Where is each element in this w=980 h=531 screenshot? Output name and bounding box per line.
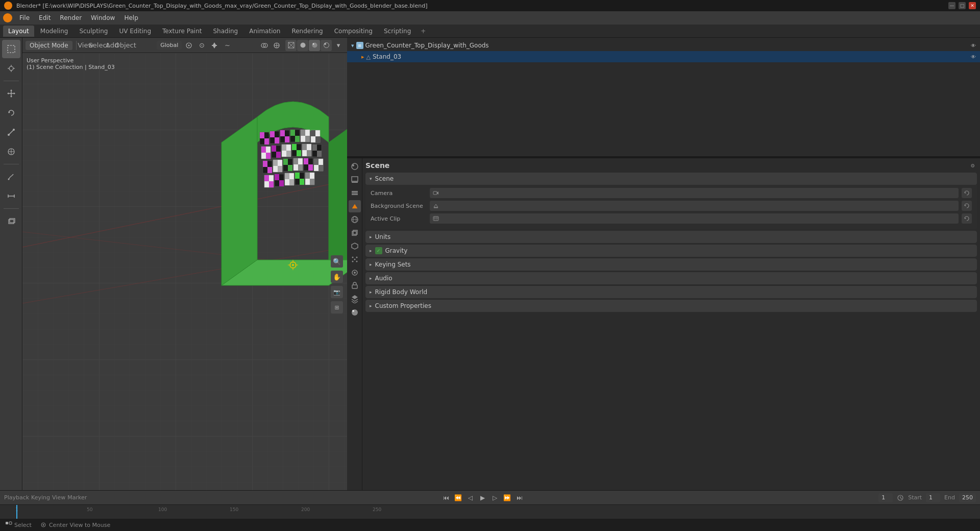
tool-annotate[interactable] <box>2 167 20 186</box>
prop-tab-physics[interactable] <box>349 267 361 279</box>
prop-tab-particles[interactable] <box>349 253 361 266</box>
active-clip-value[interactable] <box>430 213 959 224</box>
shading-options[interactable]: ▾ <box>333 40 344 51</box>
tab-uv-editing[interactable]: UV Editing <box>114 26 156 37</box>
active-clip-icon-btn[interactable] <box>962 213 972 224</box>
menu-help[interactable]: Help <box>120 13 142 22</box>
svg-rect-119 <box>305 173 310 179</box>
tab-layout[interactable]: Layout <box>3 26 34 37</box>
shading-solid[interactable] <box>297 40 308 51</box>
tool-rotate[interactable] <box>2 104 20 122</box>
tab-scripting[interactable]: Scripting <box>379 26 416 37</box>
prop-tab-world[interactable] <box>349 213 361 226</box>
play-back-btn[interactable]: ◁ <box>465 493 476 503</box>
view-menu[interactable]: View <box>52 494 65 501</box>
prop-tab-output[interactable] <box>349 174 361 186</box>
tool-cursor[interactable] <box>2 59 20 78</box>
viewport-info: User Perspective (1) Scene Collection | … <box>27 57 115 70</box>
snap-icon-btn[interactable] <box>209 40 220 51</box>
tab-rendering[interactable]: Rendering <box>286 26 328 37</box>
tool-move[interactable] <box>2 84 20 103</box>
jump-start-btn[interactable]: ⏮ <box>441 493 451 503</box>
svg-rect-68 <box>311 130 315 136</box>
step-fwd-btn[interactable]: ⏩ <box>502 493 512 503</box>
props-options-btn[interactable]: ⚙ <box>969 161 977 170</box>
camera-icon-btn[interactable] <box>962 188 972 198</box>
menu-edit[interactable]: Edit <box>35 13 55 22</box>
object-mode-dropdown[interactable]: Object Mode <box>26 41 72 50</box>
timeline-ruler[interactable]: 1 50 100 150 200 250 <box>0 505 980 519</box>
play-btn[interactable]: ▶ <box>478 493 488 503</box>
keying-sets-header[interactable]: ▸ Keying Sets <box>365 258 977 271</box>
tab-shading[interactable]: Shading <box>208 26 243 37</box>
jump-end-btn[interactable]: ⏭ <box>514 493 525 503</box>
tool-select-box[interactable] <box>2 40 20 58</box>
custom-props-header[interactable]: ▸ Custom Properties <box>365 300 977 312</box>
3d-viewport[interactable]: User Perspective (1) Scene Collection | … <box>22 53 347 516</box>
menu-render[interactable]: Render <box>56 13 86 22</box>
start-frame[interactable]: 1 <box>926 493 940 502</box>
overlay-dropdown[interactable] <box>259 40 270 51</box>
shading-material[interactable] <box>309 40 320 51</box>
prop-tab-object[interactable] <box>349 227 361 239</box>
outliner-row-collection[interactable]: ▾ ⊞ Green_Counter_Top_Display_with_Goods… <box>347 40 980 51</box>
timeline-playhead[interactable] <box>16 505 17 519</box>
camera-value[interactable] <box>430 188 959 198</box>
select-menu-btn[interactable]: Select <box>93 40 105 51</box>
hand-tool-btn[interactable]: ✋ <box>331 271 343 283</box>
proportional-btn[interactable]: ⊙ <box>196 40 207 51</box>
prop-tab-render[interactable] <box>349 160 361 173</box>
maximize-button[interactable]: □ <box>959 2 966 9</box>
object-menu-btn[interactable]: Object <box>120 40 131 51</box>
prop-tab-material[interactable] <box>349 306 361 319</box>
snap-btn[interactable] <box>183 40 194 51</box>
object-eye-icon[interactable]: 👁 <box>971 54 976 60</box>
prop-tab-scene[interactable] <box>349 200 361 212</box>
shading-rendered[interactable] <box>321 40 332 51</box>
step-back-btn[interactable]: ⏪ <box>453 493 463 503</box>
units-header[interactable]: ▸ Units <box>365 231 977 243</box>
blender-menu-logo[interactable] <box>3 13 12 22</box>
transform-pivot-btn[interactable]: ~ <box>222 40 233 51</box>
collection-eye-icon[interactable]: 👁 <box>971 43 976 49</box>
gizmos-dropdown[interactable] <box>271 40 282 51</box>
scene-section-header[interactable]: ▾ Scene <box>365 173 977 185</box>
prop-tab-data[interactable] <box>349 293 361 305</box>
tab-add-button[interactable]: + <box>417 26 429 36</box>
gravity-checkbox[interactable]: ✓ <box>375 247 382 254</box>
audio-header[interactable]: ▸ Audio <box>365 272 977 284</box>
tab-texture-paint[interactable]: Texture Paint <box>157 26 207 37</box>
svg-point-158 <box>356 261 357 262</box>
tab-sculpting[interactable]: Sculpting <box>74 26 113 37</box>
tab-animation[interactable]: Animation <box>244 26 285 37</box>
gravity-header[interactable]: ▸ ✓ Gravity <box>365 245 977 257</box>
marker-menu[interactable]: Marker <box>67 494 87 501</box>
play-forward-btn[interactable]: ▷ <box>490 493 500 503</box>
keying-menu[interactable]: Keying <box>31 494 50 501</box>
prop-tab-constraints[interactable] <box>349 280 361 292</box>
ortho-view-btn[interactable]: ⊞ <box>331 301 343 313</box>
outliner-row-object[interactable]: ▸ △ Stand_03 👁 <box>347 51 980 62</box>
prop-tab-view-layer[interactable] <box>349 187 361 199</box>
zoom-in-btn[interactable]: 🔍 <box>331 255 343 268</box>
menu-window[interactable]: Window <box>87 13 119 22</box>
bg-scene-value[interactable] <box>430 201 959 211</box>
playback-menu[interactable]: Playback <box>4 494 29 501</box>
prop-tab-modifier[interactable] <box>349 240 361 252</box>
shading-wireframe[interactable] <box>285 40 297 51</box>
bg-scene-icon-btn[interactable] <box>962 201 972 211</box>
tool-transform[interactable] <box>2 142 20 161</box>
tool-scale[interactable] <box>2 123 20 141</box>
menu-file[interactable]: File <box>15 13 34 22</box>
close-button[interactable]: ✕ <box>969 2 976 9</box>
camera-view-btn[interactable]: 📷 <box>331 286 343 298</box>
end-frame[interactable]: 250 <box>959 493 976 502</box>
rigid-body-header[interactable]: ▸ Rigid Body World <box>365 286 977 298</box>
tab-modeling[interactable]: Modeling <box>35 26 74 37</box>
tool-measure[interactable] <box>2 187 20 205</box>
tool-add-cube[interactable] <box>2 212 20 230</box>
current-frame[interactable]: 1 <box>878 493 893 502</box>
viewport-global-dropdown[interactable]: Global <box>157 41 182 50</box>
tab-compositing[interactable]: Compositing <box>329 26 378 37</box>
minimize-button[interactable]: — <box>948 2 955 9</box>
